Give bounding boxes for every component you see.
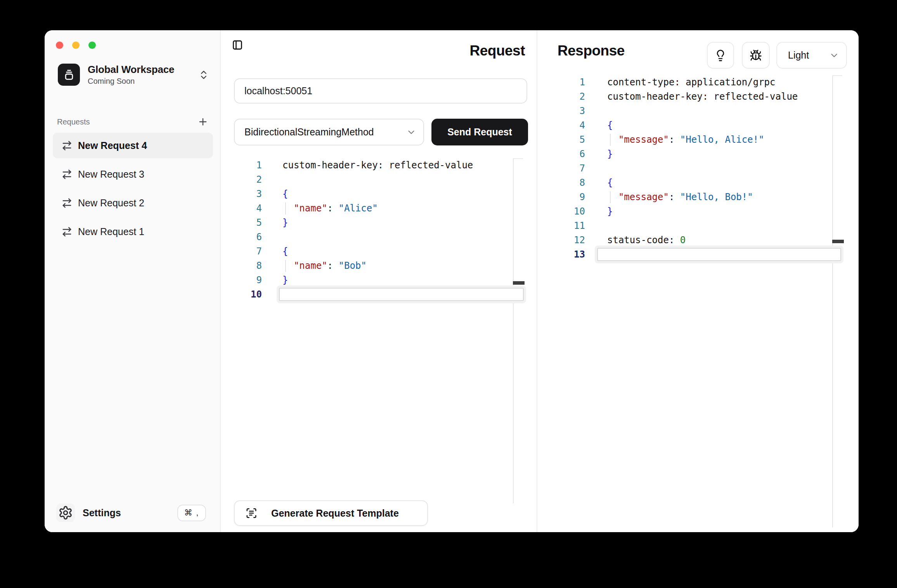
debug-button[interactable] [742,42,770,69]
hint-button[interactable] [707,42,734,69]
code-line-1[interactable]: 1custom-header-key: reflected-value [221,158,537,173]
desktop-background: Global Workspace Coming Soon Requests [0,0,897,588]
window-controls [56,42,96,49]
add-request-button[interactable] [197,116,208,127]
bug-icon [750,49,762,62]
request-panel: Request BidirectionalStreamingMethod Sen… [221,30,537,532]
code-line-9[interactable]: 9 "message": "Hello, Bob!" [537,190,859,204]
line-number: 1 [221,158,262,173]
code-line-4[interactable]: 4{ [537,118,859,133]
code-content: "message": "Hello, Bob!" [607,190,753,204]
active-line-box[interactable] [279,288,524,301]
line-number: 3 [221,187,262,201]
method-select[interactable]: BidirectionalStreamingMethod [234,119,424,145]
sidebar: Global Workspace Coming Soon Requests [45,30,221,532]
sidebar-item-request-4[interactable]: New Request 4 [53,133,213,158]
code-line-10[interactable]: 10} [537,204,859,219]
request-panel-title: Request [470,43,525,59]
code-line-7[interactable]: 7 [537,161,859,176]
code-content: custom-header-key: reflected-value [282,158,473,173]
workspace-archive-icon [58,64,80,86]
minimize-window-button[interactable] [72,42,80,49]
request-item-label: New Request 1 [78,226,144,237]
line-number: 2 [537,90,585,104]
requests-label: Requests [57,118,90,126]
code-content: "name": "Bob" [282,259,367,273]
code-line-12[interactable]: 12status-code: 0 [537,233,859,247]
sidebar-item-request-3[interactable]: New Request 3 [53,161,213,187]
code-line-2[interactable]: 2 [221,173,537,187]
code-content: content-type: application/grpc [607,75,775,90]
code-content: "message": "Hello, Alice!" [607,133,764,147]
sidebar-item-request-2[interactable]: New Request 2 [53,190,213,216]
line-number: 1 [537,75,585,90]
line-number: 2 [221,173,262,187]
line-number: 8 [221,259,262,273]
arrow-right-left-icon [61,140,73,151]
theme-select[interactable]: Light [776,42,847,69]
code-line-13[interactable]: 13 [537,247,859,262]
line-number: 4 [221,201,262,216]
theme-select-value: Light [788,50,809,61]
workspace-selector[interactable]: Global Workspace Coming Soon [58,64,209,86]
scan-text-icon [246,507,257,519]
code-content: { [282,187,288,201]
code-content: } [607,204,613,219]
chevron-down-icon [406,127,416,137]
app-window: Global Workspace Coming Soon Requests [45,30,859,532]
code-content: status-code: 0 [607,233,686,247]
line-number: 4 [537,118,585,133]
chevron-down-icon [829,50,839,61]
gear-icon [56,503,75,522]
code-line-8[interactable]: 8{ [537,176,859,190]
server-url-input[interactable] [234,78,527,104]
code-line-1[interactable]: 1content-type: application/grpc [537,75,859,90]
close-window-button[interactable] [56,42,63,49]
code-line-3[interactable]: 3{ [221,187,537,201]
request-item-label: New Request 3 [78,169,144,180]
send-request-button[interactable]: Send Request [431,119,528,145]
code-line-11[interactable]: 11 [537,219,859,233]
code-content: { [607,176,613,190]
code-line-5[interactable]: 5 "message": "Hello, Alice!" [537,133,859,147]
line-number: 5 [537,133,585,147]
requests-section-header: Requests [57,116,208,127]
code-line-10[interactable]: 10 [221,287,537,302]
active-line-box[interactable] [597,248,841,261]
settings-button[interactable]: Settings ⌘ , [56,499,206,526]
line-number: 8 [537,176,585,190]
request-editor[interactable]: 1custom-header-key: reflected-value23{4 … [221,158,537,511]
code-content: { [607,118,613,133]
code-line-6[interactable]: 6 [221,230,537,244]
code-line-5[interactable]: 5} [221,216,537,230]
plus-icon [197,116,208,127]
sidebar-item-request-1[interactable]: New Request 1 [53,219,213,244]
code-content: } [282,273,288,287]
requests-list: New Request 4New Request 3New Request 2N… [53,133,213,247]
code-content: "name": "Alice" [282,201,378,216]
line-number: 12 [537,233,585,247]
code-line-9[interactable]: 9} [221,273,537,287]
toggle-sidebar-button[interactable] [232,40,243,50]
code-line-4[interactable]: 4 "name": "Alice" [221,201,537,216]
chevrons-up-down-icon [198,69,209,80]
maximize-window-button[interactable] [88,42,96,49]
code-line-6[interactable]: 6} [537,147,859,161]
code-line-7[interactable]: 7{ [221,244,537,259]
code-line-3[interactable]: 3 [537,104,859,118]
request-item-label: New Request 2 [78,197,144,209]
generate-request-template-label: Generate Request Template [271,508,399,519]
line-number: 10 [537,204,585,219]
settings-label: Settings [83,507,121,519]
generate-request-template-button[interactable]: Generate Request Template [234,500,428,526]
code-content: } [282,216,288,230]
workspace-subtitle: Coming Soon [88,77,174,86]
response-editor[interactable]: 1content-type: application/grpc2custom-h… [537,75,859,532]
code-line-8[interactable]: 8 "name": "Bob" [221,259,537,273]
code-content: { [282,244,288,259]
line-number: 13 [537,247,585,262]
line-number: 7 [537,161,585,176]
request-item-label: New Request 4 [78,140,147,151]
code-line-2[interactable]: 2custom-header-key: reflected-value [537,90,859,104]
code-content: } [607,147,613,161]
